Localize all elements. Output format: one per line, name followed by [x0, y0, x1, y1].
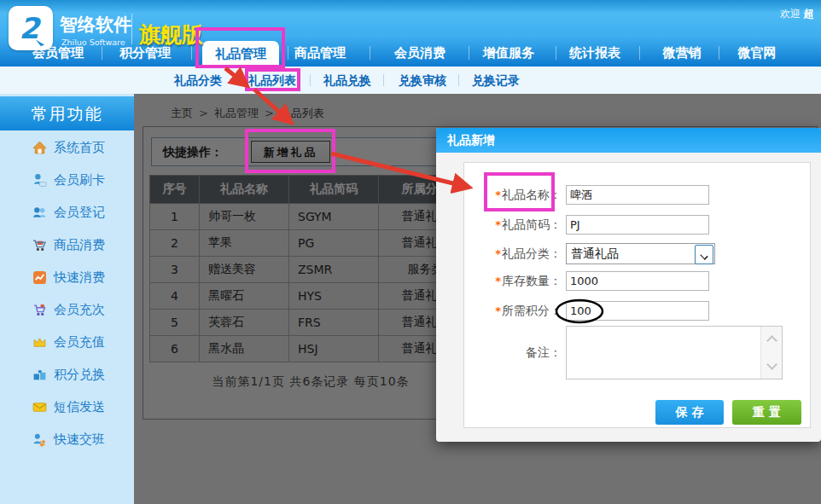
- nav-divider: [556, 46, 556, 60]
- sidebar-item-sms-send[interactable]: 短信发送: [32, 397, 105, 417]
- sidebar-title: 常用功能: [0, 96, 134, 130]
- textarea-scrollbar[interactable]: [760, 327, 782, 379]
- nav-item-goods-mgmt[interactable]: 商品管理: [294, 41, 346, 67]
- stock-qty-input[interactable]: [566, 271, 709, 291]
- zhiluo-logo-icon: 2: [9, 6, 53, 50]
- sidebar-item-home[interactable]: 系统首页: [32, 137, 105, 158]
- app-window: 2 智络软件 Zhiluo Software 旗舰版 欢迎 超 会员管理 积分管…: [0, 0, 821, 504]
- subnav-divider: [458, 74, 459, 86]
- quick-shift-person-icon: [32, 432, 47, 447]
- reset-button[interactable]: 重 置: [732, 400, 801, 425]
- chevron-down-icon[interactable]: [695, 245, 713, 264]
- remark-textarea-wrap: [566, 326, 783, 379]
- subnav-bar: 礼品分类 礼品列表 礼品兑换 兑换审核 兑换记录: [0, 67, 821, 95]
- nav-item-micro-marketing[interactable]: 微营销: [663, 41, 702, 67]
- gift-code-label: *礼品简码：: [464, 217, 562, 233]
- member-recharge-crown-icon: [32, 335, 47, 350]
- subnav-divider: [383, 74, 384, 86]
- gift-category-label: *礼品分类：: [464, 246, 562, 262]
- subnav-divider: [310, 74, 311, 86]
- sidebar-item-shift-change[interactable]: 快速交班: [32, 429, 105, 449]
- scroll-down-icon[interactable]: [766, 359, 777, 370]
- quick-consume-chart-icon: [32, 270, 47, 285]
- modal-title: 礼品新增: [436, 128, 821, 153]
- gift-category-select[interactable]: 普通礼品: [566, 243, 715, 264]
- subnav-item-exchange-audit[interactable]: 兑换审核: [399, 67, 446, 94]
- gift-code-input[interactable]: [566, 215, 709, 235]
- app-title: 智络软件: [60, 13, 131, 37]
- sidebar-item-goods-consume[interactable]: 商品消费: [32, 235, 105, 255]
- field-row-gift-code: *礼品简码：: [464, 214, 806, 235]
- gift-name-input[interactable]: [566, 185, 709, 205]
- sidebar: 常用功能 系统首页 会员刷卡 会员登记 商品消费 快速消费 会员充次 会员充值: [0, 94, 134, 504]
- sidebar-item-points-exchange[interactable]: 积分兑换: [32, 364, 105, 385]
- nav-divider: [469, 46, 469, 60]
- nav-divider: [370, 46, 370, 60]
- field-row-gift-category: *礼品分类： 普通礼品: [464, 243, 806, 264]
- sidebar-item-recharge-times[interactable]: 会员充次: [32, 299, 105, 320]
- gift-add-modal: 礼品新增 *礼品名称： *礼品简码： *礼品分类： 普通礼品 *库存数量：: [436, 128, 821, 442]
- field-row-remark: 备注：: [464, 325, 806, 380]
- home-icon: [32, 141, 47, 155]
- field-row-stock-qty: *库存数量：: [464, 270, 806, 292]
- welcome-username: 超: [804, 8, 814, 20]
- points-needed-input[interactable]: [566, 301, 709, 321]
- nav-divider: [639, 46, 640, 60]
- sidebar-item-member-register[interactable]: 会员登记: [32, 202, 105, 223]
- subnav-item-gift-exchange[interactable]: 礼品兑换: [323, 67, 371, 94]
- member-recharge-times-cart-icon: [32, 303, 47, 317]
- scroll-up-icon[interactable]: [766, 335, 777, 346]
- nav-item-value-added[interactable]: 增值服务: [483, 41, 534, 67]
- nav-divider: [719, 46, 719, 60]
- remark-label: 备注：: [464, 345, 562, 361]
- sms-send-envelope-icon: [32, 400, 47, 414]
- edition-badge: 旗舰版: [139, 20, 203, 49]
- logo-divider: [131, 14, 132, 44]
- remark-textarea[interactable]: [567, 327, 765, 379]
- stock-qty-label: *库存数量：: [464, 274, 562, 289]
- field-row-points-needed: *所需积分：: [464, 300, 806, 322]
- swan-2-logo-glyph: 2: [12, 9, 49, 47]
- save-button[interactable]: 保 存: [655, 400, 724, 425]
- nav-item-statistics[interactable]: 统计报表: [569, 41, 620, 67]
- nav-divider: [288, 46, 288, 60]
- nav-item-member-consume[interactable]: 会员消费: [394, 41, 445, 67]
- app-subtitle: Zhiluo Software: [61, 38, 125, 47]
- gift-name-label: *礼品名称：: [464, 188, 562, 203]
- subnav-item-gift-list[interactable]: 礼品列表: [248, 67, 296, 94]
- sidebar-item-quick-consume[interactable]: 快速消费: [32, 267, 105, 287]
- gift-category-selected-value: 普通礼品: [571, 246, 619, 260]
- nav-divider: [102, 46, 102, 60]
- points-needed-label: *所需积分：: [464, 304, 562, 319]
- nav-item-micro-site[interactable]: 微官网: [738, 41, 777, 67]
- member-swipe-card-icon: [32, 173, 47, 188]
- field-row-gift-name: *礼品名称：: [464, 184, 806, 206]
- modal-form-panel: *礼品名称： *礼品简码： *礼品分类： 普通礼品 *库存数量： *所需积分：: [463, 162, 811, 428]
- points-exchange-gift-icon: [32, 368, 47, 382]
- svg-text:2: 2: [20, 12, 42, 45]
- top-header-bar: 2 智络软件 Zhiluo Software 旗舰版 欢迎 超 会员管理 积分管…: [0, 0, 821, 67]
- subnav-item-gift-category[interactable]: 礼品分类: [174, 67, 222, 94]
- nav-tab-gift-mgmt-active[interactable]: 礼品管理: [202, 41, 279, 67]
- member-register-icon: [32, 206, 47, 220]
- goods-consume-cart-icon: [32, 238, 47, 252]
- sidebar-item-recharge[interactable]: 会员充值: [32, 332, 105, 352]
- welcome-text: 欢迎 超: [780, 7, 821, 21]
- subnav-item-exchange-record[interactable]: 兑换记录: [472, 67, 520, 94]
- sidebar-item-member-swipe[interactable]: 会员刷卡: [32, 170, 105, 190]
